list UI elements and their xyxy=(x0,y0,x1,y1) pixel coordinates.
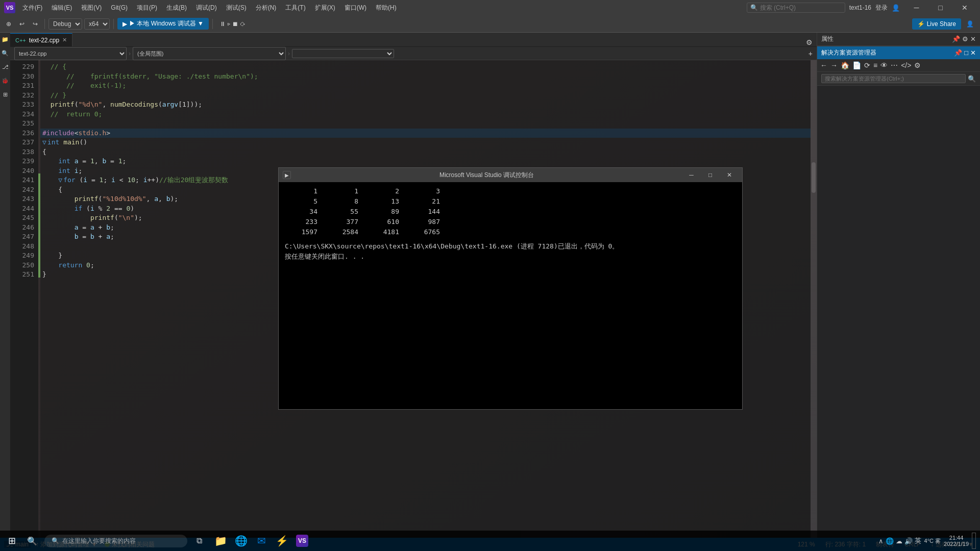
person-icon[interactable]: 👤 xyxy=(892,4,900,12)
menu-bar: VS 文件(F) 编辑(E) 视图(V) Git(G) 项目(P) 生成(B) … xyxy=(0,0,980,15)
taskbar-mail[interactable]: ✉ xyxy=(252,531,271,550)
se-forward-btn[interactable]: → xyxy=(830,61,838,69)
se-props-btn[interactable]: 📄 xyxy=(852,61,861,69)
toolbar-sep3 xyxy=(212,19,213,29)
vertical-scrollbar[interactable] xyxy=(811,60,817,538)
tab-panel-settings[interactable]: ⚙ xyxy=(806,38,813,46)
file-scope-select[interactable]: text-22.cpp xyxy=(14,47,127,60)
prop-settings-icon[interactable]: ⚙ xyxy=(962,35,968,43)
taskbar-search[interactable]: 🔍 在这里输入你要搜索的内容 xyxy=(44,535,187,547)
debug-config-select[interactable]: Debug xyxy=(48,18,82,30)
maximize-button[interactable]: □ xyxy=(929,0,952,15)
volume-icon[interactable]: 🔊 xyxy=(904,537,913,545)
task-view-icon: ⧉ xyxy=(197,536,202,545)
menu-project[interactable]: 项目(P) xyxy=(133,3,161,13)
fold-arrow-237[interactable]: ▽ xyxy=(42,138,46,147)
se-code-icon[interactable]: </> xyxy=(901,61,911,69)
se-view-btn[interactable]: 👁 xyxy=(880,61,888,69)
activity-debug[interactable]: 🐞 xyxy=(0,76,10,86)
global-search-input[interactable] xyxy=(760,4,842,11)
se-back-btn[interactable]: ← xyxy=(820,61,827,69)
menu-file[interactable]: 文件(F) xyxy=(18,3,46,13)
se-filter-btn[interactable]: ≡ xyxy=(873,61,877,69)
global-search-box[interactable]: 🔍 xyxy=(747,3,845,13)
se-more-btn[interactable]: ⋯ xyxy=(891,61,898,69)
code-line-236: #include < stdio.h > xyxy=(40,129,811,138)
menu-extensions[interactable]: 扩展(X) xyxy=(311,3,339,13)
start-button[interactable]: ⊞ xyxy=(4,533,20,548)
show-desktop[interactable] xyxy=(972,533,976,549)
taskbar-edge[interactable]: 🌐 xyxy=(231,531,251,550)
editor-breadcrumb: text-22.cpp › (全局范围) › + xyxy=(10,47,817,60)
member-select[interactable] xyxy=(292,49,394,58)
tray-up-icon[interactable]: ∧ xyxy=(878,537,884,545)
clock[interactable]: 21:44 2022/1/19 xyxy=(944,535,969,547)
console-window: ▶ Microsoft Visual Studio 调试控制台 ─ □ ✕ 1 xyxy=(278,167,743,410)
tab-close-button[interactable]: ✕ xyxy=(62,37,67,43)
se-search-icon[interactable]: 🔍 xyxy=(968,75,976,83)
solution-explorer-title: 解决方案资源管理器 xyxy=(821,48,876,57)
taskbar-file-explorer[interactable]: 📁 xyxy=(211,531,230,550)
prop-pin-icon[interactable]: 📌 xyxy=(952,35,960,43)
se-settings-icon[interactable]: ⚙ xyxy=(914,61,921,69)
menu-analyze[interactable]: 分析(N) xyxy=(252,3,281,13)
cloud-icon[interactable]: ☁ xyxy=(896,537,902,545)
taskbar-vs-ide[interactable]: VS xyxy=(292,531,312,550)
se-close-icon[interactable]: ✕ xyxy=(970,49,976,57)
code-line-230: // fprintf(stderr, "Usage: ./test number… xyxy=(40,72,811,82)
console-maximize[interactable]: □ xyxy=(701,168,719,182)
se-search-box[interactable]: 🔍 xyxy=(817,72,980,86)
console-icon: ▶ xyxy=(283,171,291,179)
toolbar-more-btns[interactable]: ⏸ ▷ ⏹ ⟳ xyxy=(216,19,249,29)
minimize-button[interactable]: ─ xyxy=(905,0,928,15)
menu-view[interactable]: 视图(V) xyxy=(77,3,106,13)
se-refresh-btn[interactable]: ⟳ xyxy=(864,61,870,69)
menu-git[interactable]: Git(G) xyxy=(107,3,132,12)
platform-select[interactable]: x64 xyxy=(84,18,110,30)
prop-close-icon[interactable]: ✕ xyxy=(970,35,976,43)
fold-arrow-241[interactable]: ▽ xyxy=(58,176,62,185)
toolbar-redo[interactable]: ↪ xyxy=(30,19,41,29)
se-search-input[interactable] xyxy=(821,74,966,83)
play-icon: ▶ xyxy=(122,20,127,28)
console-prompt: 按任意键关闭此窗口. . . xyxy=(285,252,736,262)
menu-edit[interactable]: 编辑(E) xyxy=(47,3,76,13)
se-pin-icon[interactable]: 📌 xyxy=(954,49,962,57)
toolbar-source-btn[interactable]: ⊕ xyxy=(3,19,14,29)
scope-select[interactable]: (全局范围) xyxy=(133,47,286,60)
add-tab-button[interactable]: + xyxy=(808,49,813,58)
activity-explorer[interactable]: 📁 xyxy=(0,35,10,44)
network-icon[interactable]: 🌐 xyxy=(886,537,894,545)
language-icon[interactable]: 英 xyxy=(915,536,921,545)
console-minimize[interactable]: ─ xyxy=(682,168,700,182)
fib-row-5: 1597 2584 4181 6765 xyxy=(285,227,736,237)
menu-window[interactable]: 窗口(W) xyxy=(340,3,371,13)
code-editor[interactable]: 229 230 231 232 233 234 235 236 237 238 … xyxy=(10,60,817,538)
scrollbar-thumb[interactable] xyxy=(812,162,816,193)
run-button[interactable]: ▶ ▶ 本地 Windows 调试器 ▼ xyxy=(117,18,209,30)
activity-git[interactable]: ⎇ xyxy=(1,62,10,72)
console-close[interactable]: ✕ xyxy=(720,168,738,182)
se-toolbar: ← → 🏠 📄 ⟳ ≡ 👁 ⋯ </> ⚙ xyxy=(817,59,980,72)
se-expand-icon[interactable]: □ xyxy=(964,49,968,57)
se-home-btn[interactable]: 🏠 xyxy=(841,61,849,69)
task-search-btn[interactable]: 🔍 xyxy=(22,531,42,550)
menu-debug[interactable]: 调试(D) xyxy=(192,3,221,13)
toolbar-account[interactable]: 👤 xyxy=(963,19,977,29)
editor-area: C++ text-22.cpp ✕ ⚙ text-22.cpp › (全局范围)… xyxy=(10,33,817,538)
login-button[interactable]: 登录 xyxy=(875,4,888,12)
tab-text22[interactable]: C++ text-22.cpp ✕ xyxy=(10,33,72,46)
toolbar-undo[interactable]: ↩ xyxy=(16,19,28,29)
close-button[interactable]: ✕ xyxy=(953,0,976,15)
activity-search[interactable]: 🔍 xyxy=(0,48,10,58)
menu-help[interactable]: 帮助(H) xyxy=(372,3,401,13)
menu-build[interactable]: 生成(B) xyxy=(162,3,191,13)
taskbar-task-view[interactable]: ⧉ xyxy=(189,531,209,550)
code-line-239: int a = 1 , b = 1 ; xyxy=(40,157,811,166)
live-share-button[interactable]: ⚡ Live Share xyxy=(912,18,961,30)
menu-tools[interactable]: 工具(T) xyxy=(281,3,309,13)
activity-extensions[interactable]: ⊞ xyxy=(2,90,9,99)
taskbar-vs-purple[interactable]: ⚡ xyxy=(272,531,291,550)
menu-test[interactable]: 测试(S) xyxy=(222,3,251,13)
console-content: 1 1 2 3 5 8 13 21 xyxy=(279,182,742,409)
